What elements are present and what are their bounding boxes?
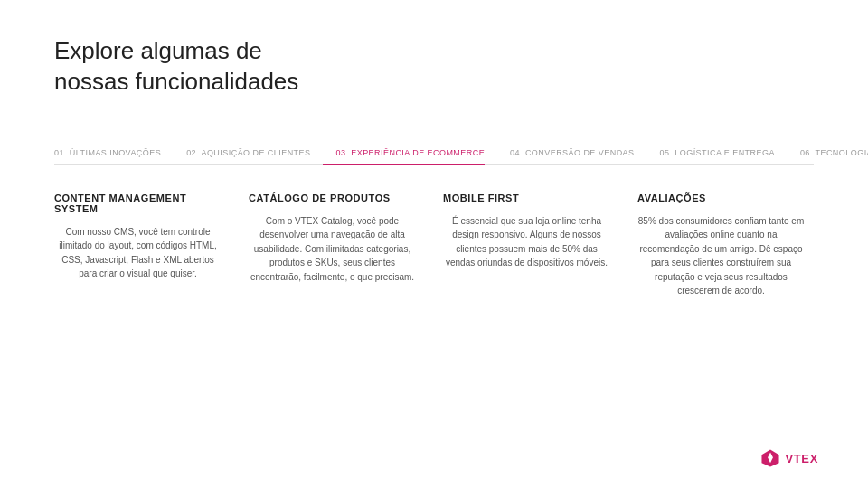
vtex-logo-icon [760,448,780,468]
tab-5[interactable]: 05. LOGÍSTICA E ENTREGA [646,143,787,164]
content-grid: CONTENT MANAGEMENT SYSTEM Com nosso CMS,… [54,192,814,298]
main-title: Explore algumas de nossas funcionalidade… [54,36,814,98]
col-3-title: MOBILE FIRST [443,192,610,203]
col-4-title: AVALIAÇÕES [637,192,805,203]
content-col-3: MOBILE FIRST É essencial que sua loja on… [443,192,619,298]
content-col-1: CONTENT MANAGEMENT SYSTEM Com nosso CMS,… [54,192,231,298]
tab-4[interactable]: 04. CONVERSÃO DE VENDAS [497,143,646,164]
vtex-logo: VTEX [760,448,818,468]
col-1-body: Com nosso CMS, você tem controle ilimita… [54,225,222,281]
tab-2[interactable]: 02. AQUISIÇÃO DE CLIENTES [174,143,323,164]
col-2-title: CATÁLOGO DE PRODUTOS [249,192,416,203]
main-title-line2: nossas funcionalidades [54,68,298,95]
content-col-2: CATÁLOGO DE PRODUTOS Com o VTEX Catalog,… [249,192,425,298]
tab-6[interactable]: 06. TECNOLOGIA E SEGURANÇA [788,143,868,164]
page-container: Explore algumas de nossas funcionalidade… [0,0,868,488]
col-3-body: É essencial que sua loja online tenha de… [443,214,610,270]
main-title-line1: Explore algumas de [54,37,262,64]
tab-1[interactable]: 01. ÚLTIMAS INOVAÇÕES [54,143,174,164]
col-2-body: Com o VTEX Catalog, você pode desenvolve… [249,214,416,285]
col-1-title: CONTENT MANAGEMENT SYSTEM [54,192,222,214]
tab-3[interactable]: 03. EXPERIÊNCIA DE ECOMMERCE [323,143,497,164]
col-4-body: 85% dos consumidores confiam tanto em av… [637,214,805,298]
content-col-4: AVALIAÇÕES 85% dos consumidores confiam … [637,192,814,298]
vtex-logo-text: VTEX [785,452,818,465]
tabs-nav: 01. ÚLTIMAS INOVAÇÕES 02. AQUISIÇÃO DE C… [54,143,814,165]
